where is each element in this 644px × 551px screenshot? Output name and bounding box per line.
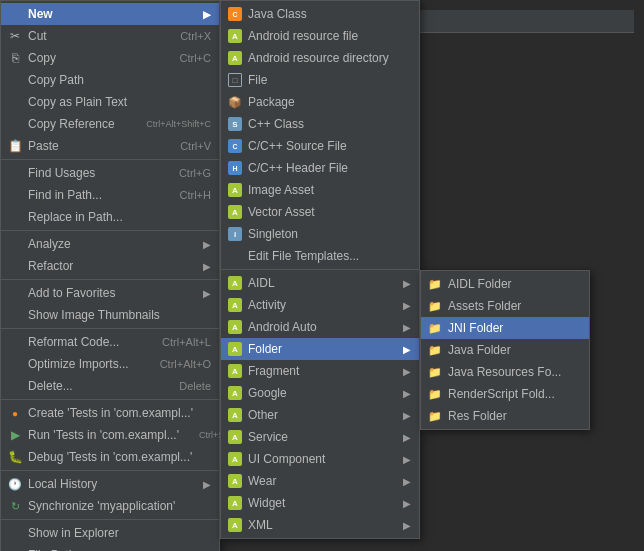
file-label: File xyxy=(248,73,411,87)
local-history-label: Local History xyxy=(28,477,195,491)
debug-icon: 🐛 xyxy=(7,449,23,465)
file-path-icon xyxy=(7,547,23,551)
submenu-xml[interactable]: A XML ▶ xyxy=(221,514,419,536)
singleton-icon: i xyxy=(227,226,243,242)
find-path-shortcut: Ctrl+H xyxy=(180,189,211,201)
cut-icon: ✂ xyxy=(7,28,23,44)
copy-ref-shortcut: Ctrl+Alt+Shift+C xyxy=(146,119,211,129)
wear-icon: A xyxy=(227,473,243,489)
thumbnails-label: Show Image Thumbnails xyxy=(28,308,211,322)
cpp-header-label: C/C++ Header File xyxy=(248,161,411,175)
submenu-vector-asset[interactable]: A Vector Asset xyxy=(221,201,419,223)
add-favorites-icon xyxy=(7,285,23,301)
menu-item-replace-path[interactable]: Replace in Path... xyxy=(1,206,219,228)
other-label: Other xyxy=(248,408,395,422)
aidl-arrow: ▶ xyxy=(403,278,411,289)
show-explorer-icon xyxy=(7,525,23,541)
submenu-wear[interactable]: A Wear ▶ xyxy=(221,470,419,492)
submenu-activity[interactable]: A Activity ▶ xyxy=(221,294,419,316)
menu-item-paste[interactable]: 📋 Paste Ctrl+V xyxy=(1,135,219,157)
menu-item-copy[interactable]: ⎘ Copy Ctrl+C xyxy=(1,47,219,69)
menu-item-debug[interactable]: 🐛 Debug 'Tests in 'com.exampl...' xyxy=(1,446,219,468)
submenu-android-resource-file[interactable]: A Android resource file xyxy=(221,25,419,47)
submenu-aidl[interactable]: A AIDL ▶ xyxy=(221,272,419,294)
cpp-class-label: C++ Class xyxy=(248,117,411,131)
menu-item-file-path[interactable]: File Path Ctrl+Alt+F12 xyxy=(1,544,219,551)
menu-item-copy-path[interactable]: Copy Path xyxy=(1,69,219,91)
menu-item-thumbnails[interactable]: Show Image Thumbnails xyxy=(1,304,219,326)
submenu-image-asset[interactable]: A Image Asset xyxy=(221,179,419,201)
menu-item-find-usages[interactable]: Find Usages Ctrl+G xyxy=(1,162,219,184)
submenu-java-class[interactable]: C Java Class xyxy=(221,3,419,25)
submenu-cpp-source[interactable]: C C/C++ Source File xyxy=(221,135,419,157)
wear-arrow: ▶ xyxy=(403,476,411,487)
java-folder-label: Java Folder xyxy=(448,343,581,357)
new-icon xyxy=(7,6,23,22)
menu-item-delete[interactable]: Delete... Delete xyxy=(1,375,219,397)
find-path-label: Find in Path... xyxy=(28,188,160,202)
submenu2-aidl-folder[interactable]: 📁 AIDL Folder xyxy=(421,273,589,295)
separator-7 xyxy=(1,519,219,520)
xml-icon: A xyxy=(227,517,243,533)
res-folder-label: Res Folder xyxy=(448,409,581,423)
submenu-widget[interactable]: A Widget ▶ xyxy=(221,492,419,514)
android-resource-dir-label: Android resource directory xyxy=(248,51,411,65)
menu-item-copy-ref[interactable]: Copy Reference Ctrl+Alt+Shift+C xyxy=(1,113,219,135)
menu-item-new[interactable]: New ▶ xyxy=(1,3,219,25)
submenu-file[interactable]: □ File xyxy=(221,69,419,91)
submenu-fragment[interactable]: A Fragment ▶ xyxy=(221,360,419,382)
menu-item-synchronize[interactable]: ↻ Synchronize 'myapplication' xyxy=(1,495,219,517)
find-usages-label: Find Usages xyxy=(28,166,159,180)
add-favorites-label: Add to Favorites xyxy=(28,286,195,300)
menu-item-find-path[interactable]: Find in Path... Ctrl+H xyxy=(1,184,219,206)
copy-path-icon xyxy=(7,72,23,88)
activity-label: Activity xyxy=(248,298,395,312)
menu-item-optimize[interactable]: Optimize Imports... Ctrl+Alt+O xyxy=(1,353,219,375)
submenu-google[interactable]: A Google ▶ xyxy=(221,382,419,404)
submenu2-java-resources[interactable]: 📁 Java Resources Fo... xyxy=(421,361,589,383)
service-arrow: ▶ xyxy=(403,432,411,443)
submenu-package[interactable]: 📦 Package xyxy=(221,91,419,113)
java-folder-icon: 📁 xyxy=(427,342,443,358)
menu-item-refactor[interactable]: Refactor ▶ xyxy=(1,255,219,277)
replace-path-label: Replace in Path... xyxy=(28,210,211,224)
menu-item-add-favorites[interactable]: Add to Favorites ▶ xyxy=(1,282,219,304)
menu-item-reformat[interactable]: Reformat Code... Ctrl+Alt+L xyxy=(1,331,219,353)
submenu-singleton[interactable]: i Singleton xyxy=(221,223,419,245)
submenu-edit-templates[interactable]: Edit File Templates... xyxy=(221,245,419,267)
menu-item-cut[interactable]: ✂ Cut Ctrl+X xyxy=(1,25,219,47)
refactor-label: Refactor xyxy=(28,259,195,273)
submenu-folder[interactable]: A Folder ▶ xyxy=(221,338,419,360)
menu-item-copy-plain[interactable]: Copy as Plain Text xyxy=(1,91,219,113)
new-label: New xyxy=(28,7,195,21)
submenu-android-resource-dir[interactable]: A Android resource directory xyxy=(221,47,419,69)
submenu-ui-component[interactable]: A UI Component ▶ xyxy=(221,448,419,470)
separator-3 xyxy=(1,279,219,280)
submenu-android-auto[interactable]: A Android Auto ▶ xyxy=(221,316,419,338)
menu-item-analyze[interactable]: Analyze ▶ xyxy=(1,233,219,255)
menu-item-run[interactable]: ▶ Run 'Tests in 'com.exampl...' Ctrl+Shi… xyxy=(1,424,219,446)
create-test-icon: ● xyxy=(7,405,23,421)
submenu-other[interactable]: A Other ▶ xyxy=(221,404,419,426)
wear-label: Wear xyxy=(248,474,395,488)
cpp-class-icon: S xyxy=(227,116,243,132)
submenu2-jni-folder[interactable]: 📁 JNI Folder xyxy=(421,317,589,339)
submenu2-renderscript[interactable]: 📁 RenderScript Fold... xyxy=(421,383,589,405)
submenu2-res-folder[interactable]: 📁 Res Folder xyxy=(421,405,589,427)
optimize-label: Optimize Imports... xyxy=(28,357,140,371)
cpp-source-icon: C xyxy=(227,138,243,154)
menu-item-local-history[interactable]: 🕐 Local History ▶ xyxy=(1,473,219,495)
analyze-icon xyxy=(7,236,23,252)
submenu2-assets-folder[interactable]: 📁 Assets Folder xyxy=(421,295,589,317)
main-context-menu: New ▶ ✂ Cut Ctrl+X ⎘ Copy Ctrl+C Copy Pa… xyxy=(0,0,220,551)
submenu-cpp-class[interactable]: S C++ Class xyxy=(221,113,419,135)
folder-arrow: ▶ xyxy=(403,344,411,355)
submenu2-java-folder[interactable]: 📁 Java Folder xyxy=(421,339,589,361)
submenu-service[interactable]: A Service ▶ xyxy=(221,426,419,448)
menu-item-show-explorer[interactable]: Show in Explorer xyxy=(1,522,219,544)
widget-label: Widget xyxy=(248,496,395,510)
submenu-cpp-header[interactable]: H C/C++ Header File xyxy=(221,157,419,179)
service-icon: A xyxy=(227,429,243,445)
menu-item-create-test[interactable]: ● Create 'Tests in 'com.exampl...' xyxy=(1,402,219,424)
other-icon: A xyxy=(227,407,243,423)
